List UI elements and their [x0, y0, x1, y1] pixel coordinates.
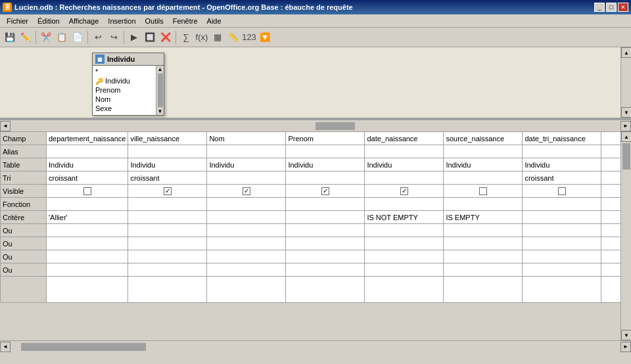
- checkbox-visible-7[interactable]: [558, 187, 566, 195]
- delete-button[interactable]: ❌: [158, 30, 173, 45]
- hscroll-right[interactable]: ►: [620, 121, 631, 131]
- cell-ou1-2[interactable]: [128, 224, 207, 237]
- cell-ou4-8[interactable]: [601, 263, 620, 277]
- cell-ou2-7[interactable]: [523, 237, 601, 250]
- cell-empty1-5[interactable]: [365, 277, 444, 303]
- cell-critere-8[interactable]: [601, 211, 620, 224]
- cell-ou4-5[interactable]: [365, 263, 444, 277]
- bottom-scroll-right[interactable]: ►: [620, 342, 631, 352]
- edit-button[interactable]: ✏️: [18, 30, 33, 45]
- grid-vscroll[interactable]: ▲ ▼: [620, 131, 631, 340]
- cell-tri-8[interactable]: [601, 171, 620, 185]
- cell-table-7[interactable]: Individu: [523, 158, 601, 171]
- cell-fonction-5[interactable]: [365, 198, 444, 211]
- cell-champ-6[interactable]: source_naissance: [444, 132, 523, 145]
- checkbox-visible-6[interactable]: [479, 187, 487, 195]
- close-button[interactable]: ✕: [618, 3, 628, 12]
- cell-ou3-8[interactable]: [601, 250, 620, 263]
- cell-ou4-1[interactable]: [47, 263, 128, 277]
- cell-empty1-4[interactable]: [286, 277, 365, 303]
- cell-table-2[interactable]: Individu: [128, 158, 207, 171]
- cell-empty1-2[interactable]: [128, 277, 207, 303]
- table-box-scroll[interactable]: * 🔑 Individu Prenom Nom Sexe ▲ ▼: [93, 66, 164, 115]
- cell-visible-1[interactable]: [47, 185, 128, 198]
- cell-critere-2[interactable]: [128, 211, 207, 224]
- cell-critere-4[interactable]: [286, 211, 365, 224]
- cell-empty1-8[interactable]: [601, 277, 620, 303]
- cell-ou3-1[interactable]: [47, 250, 128, 263]
- cell-ou3-3[interactable]: [207, 250, 286, 263]
- cell-ou2-8[interactable]: [601, 237, 620, 250]
- cell-table-4[interactable]: Individu: [286, 158, 365, 171]
- cell-visible-6[interactable]: [444, 185, 523, 198]
- cell-ou1-4[interactable]: [286, 224, 365, 237]
- checkbox-visible-4[interactable]: [321, 187, 329, 195]
- cell-ou1-7[interactable]: [523, 224, 601, 237]
- function-button[interactable]: ∑: [179, 30, 193, 45]
- checkbox-visible-2[interactable]: [164, 187, 172, 195]
- cell-table-6[interactable]: Individu: [444, 158, 523, 171]
- cell-fonction-7[interactable]: [523, 198, 601, 211]
- checkbox-visible-3[interactable]: [243, 187, 250, 195]
- save-button[interactable]: 💾: [3, 30, 17, 45]
- cell-ou4-6[interactable]: [444, 263, 523, 277]
- cell-visible-3[interactable]: [207, 185, 286, 198]
- cell-ou2-4[interactable]: [286, 237, 365, 250]
- cell-ou4-7[interactable]: [523, 263, 601, 277]
- cell-ou2-5[interactable]: [365, 237, 444, 250]
- cell-critere-5[interactable]: IS NOT EMPTY: [365, 211, 444, 224]
- cell-tri-4[interactable]: [286, 171, 365, 185]
- cell-critere-6[interactable]: IS EMPTY: [444, 211, 523, 224]
- cell-ou1-1[interactable]: [47, 224, 128, 237]
- cell-ou1-8[interactable]: [601, 224, 620, 237]
- grid-vscroll-up[interactable]: ▲: [621, 131, 631, 142]
- grid-vscroll-track[interactable]: [621, 142, 631, 330]
- bottom-scroll-track[interactable]: [11, 343, 620, 351]
- cell-ou3-7[interactable]: [523, 250, 601, 263]
- cell-ou3-4[interactable]: [286, 250, 365, 263]
- undo-button[interactable]: ↩: [91, 30, 105, 45]
- vscroll-down[interactable]: ▼: [621, 107, 631, 118]
- menu-fichier[interactable]: Fichier: [3, 16, 32, 26]
- cell-empty1-3[interactable]: [207, 277, 286, 303]
- grid-vscroll-down[interactable]: ▼: [621, 330, 631, 340]
- bottom-scroll-left[interactable]: ◄: [0, 342, 11, 352]
- clear-button[interactable]: 🔲: [143, 30, 157, 45]
- table-box-scrollbar[interactable]: ▲ ▼: [156, 66, 164, 115]
- table-button[interactable]: ▦: [210, 30, 225, 45]
- cell-critere-3[interactable]: [207, 211, 286, 224]
- cell-fonction-4[interactable]: [286, 198, 365, 211]
- cell-champ-4[interactable]: Prenom: [286, 132, 365, 145]
- cell-critere-1[interactable]: 'Allier': [47, 211, 128, 224]
- checkbox-visible-1[interactable]: [83, 187, 91, 195]
- menu-edition[interactable]: Édition: [34, 16, 64, 26]
- paste-button[interactable]: 📄: [70, 30, 85, 45]
- cell-ou3-6[interactable]: [444, 250, 523, 263]
- cell-ou1-5[interactable]: [365, 224, 444, 237]
- cell-ou2-1[interactable]: [47, 237, 128, 250]
- num-button[interactable]: 123: [242, 30, 256, 45]
- redo-button[interactable]: ↪: [106, 30, 121, 45]
- cell-table-1[interactable]: Individu: [47, 158, 128, 171]
- cell-ou2-3[interactable]: [207, 237, 286, 250]
- cell-empty1-6[interactable]: [444, 277, 523, 303]
- cell-table-3[interactable]: Individu: [207, 158, 286, 171]
- cell-ou4-3[interactable]: [207, 263, 286, 277]
- cell-tri-1[interactable]: croissant: [47, 171, 128, 185]
- cell-visible-5[interactable]: [365, 185, 444, 198]
- menu-affichage[interactable]: Affichage: [65, 16, 103, 26]
- cell-visible-8[interactable]: [601, 185, 620, 198]
- cell-fonction-8[interactable]: [601, 198, 620, 211]
- checkbox-visible-5[interactable]: [400, 187, 408, 195]
- cell-visible-4[interactable]: [286, 185, 365, 198]
- cell-ou1-6[interactable]: [444, 224, 523, 237]
- cell-tri-5[interactable]: [365, 171, 444, 185]
- cell-fonction-6[interactable]: [444, 198, 523, 211]
- cell-alias-7[interactable]: [523, 145, 601, 158]
- upper-hscroll[interactable]: ◄ ►: [0, 120, 631, 131]
- menu-outils[interactable]: Outils: [141, 16, 168, 26]
- cut-button[interactable]: ✂️: [39, 30, 53, 45]
- cell-fonction-1[interactable]: [47, 198, 128, 211]
- cell-ou2-6[interactable]: [444, 237, 523, 250]
- cell-alias-3[interactable]: [207, 145, 286, 158]
